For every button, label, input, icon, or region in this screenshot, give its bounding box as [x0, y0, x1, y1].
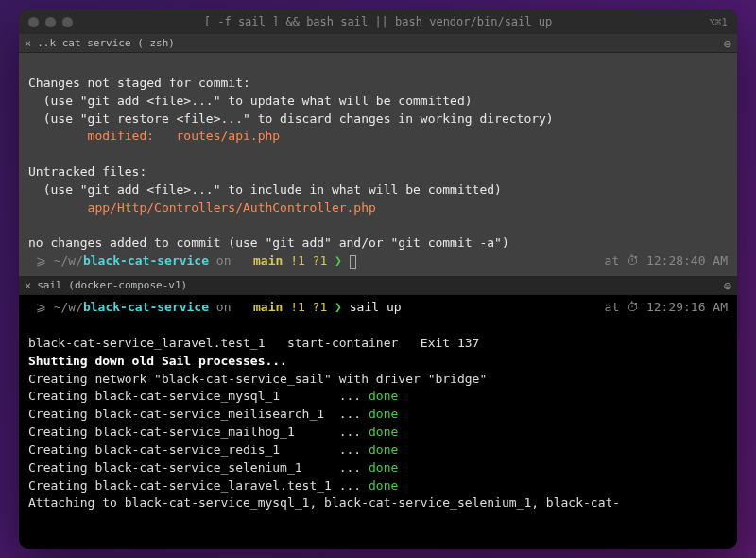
output-create-mysql: Creating black-cat-service_mysql_1 ...: [28, 389, 369, 403]
bottom-prompt: ⩾ ~/w/black-cat-service on main !1 ?1 ❯ …: [28, 299, 728, 317]
terminal-window: [ -f sail ] && bash sail || bash vendor/…: [19, 9, 737, 549]
prompt-repo: black-cat-service: [83, 253, 209, 270]
done-label: done: [369, 407, 398, 421]
output-create-redis: Creating black-cat-service_redis_1 ...: [28, 443, 369, 457]
clock-icon: ⏱: [627, 300, 646, 314]
output-create-selenium: Creating black-cat-service_selenium_1 ..…: [28, 461, 369, 475]
prompt-on: on: [209, 299, 238, 317]
prompt-at: at: [605, 300, 627, 314]
done-label: done: [369, 443, 398, 457]
git-branch-icon: [238, 299, 246, 317]
output-line: black-cat-service_laravel.test_1 start-c…: [28, 336, 479, 350]
bottom-tab-label[interactable]: sail (docker-compose-v1): [37, 279, 187, 291]
output-create-laravel: Creating black-cat-service_laravel.test_…: [28, 479, 369, 493]
top-tab-label[interactable]: ..k-cat-service (-zsh): [37, 37, 175, 49]
bottom-pane-tabbar: × sail (docker-compose-v1) ⊜: [19, 276, 737, 295]
top-prompt: ⩾ ~/w/black-cat-service on main !1 ?1 ❯ …: [28, 253, 728, 270]
prompt-branch: main: [246, 253, 283, 270]
close-dot[interactable]: [28, 17, 39, 27]
git-untracked-file: app/Http/Controllers/AuthController.php: [28, 201, 376, 215]
done-label: done: [369, 425, 398, 439]
prompt-arrow: ❯: [327, 253, 349, 270]
zoom-dot[interactable]: [62, 17, 73, 27]
prompt-git-status: !1 ?1: [283, 299, 327, 317]
prompt-branch: main: [246, 299, 283, 317]
minimize-dot[interactable]: [45, 17, 56, 27]
done-label: done: [369, 389, 398, 403]
prompt-command: sail up: [350, 299, 402, 317]
prompt-at: at: [605, 253, 627, 268]
output-shutdown: Shutting down old Sail processes...: [28, 354, 287, 368]
pane-menu-icon[interactable]: ⊜: [724, 36, 731, 51]
git-hint-add: (use "git add <file>..." to update what …: [28, 94, 472, 108]
close-icon[interactable]: ×: [25, 37, 31, 50]
prompt-arrow: ❯: [327, 299, 349, 317]
bottom-terminal-pane[interactable]: ⩾ ~/w/black-cat-service on main !1 ?1 ❯ …: [19, 295, 737, 549]
prompt-repo: black-cat-service: [83, 299, 209, 317]
git-branch-icon: [238, 253, 246, 270]
prompt-path-prefix: ⩾ ~/w/: [28, 253, 83, 270]
close-icon[interactable]: ×: [25, 279, 31, 292]
titlebar[interactable]: [ -f sail ] && bash sail || bash vendor/…: [19, 9, 737, 34]
prompt-git-status: !1 ?1: [283, 253, 327, 270]
output-network: Creating network "black-cat-service_sail…: [28, 372, 487, 386]
git-untracked-header: Untracked files:: [28, 165, 146, 179]
git-hint-include: (use "git add <file>..." to include in w…: [28, 183, 502, 197]
output-create-mailhog: Creating black-cat-service_mailhog_1 ...: [28, 425, 369, 439]
prompt-path-prefix: ⩾ ~/w/: [28, 299, 83, 317]
prompt-time: 12:29:16 AM: [646, 300, 728, 314]
clock-icon: ⏱: [627, 253, 646, 268]
git-hint-restore: (use "git restore <file>..." to discard …: [28, 112, 554, 126]
output-create-meilisearch: Creating black-cat-service_meilisearch_1…: [28, 407, 369, 421]
traffic-lights: [28, 17, 73, 27]
prompt-time: 12:28:40 AM: [646, 253, 728, 268]
window-title: [ -f sail ] && bash sail || bash vendor/…: [19, 15, 737, 28]
done-label: done: [369, 479, 398, 493]
window-shortcut: ⌥⌘1: [709, 16, 728, 28]
git-modified-file: routes/api.php: [177, 129, 281, 143]
cursor: [350, 255, 356, 269]
top-terminal-pane[interactable]: Changes not staged for commit: (use "git…: [19, 53, 737, 276]
git-modified-label: modified:: [28, 129, 177, 143]
done-label: done: [369, 461, 398, 475]
git-no-changes: no changes added to commit (use "git add…: [28, 235, 509, 250]
prompt-on: on: [209, 253, 238, 270]
git-status-line: Changes not staged for commit:: [28, 76, 250, 90]
pane-menu-icon[interactable]: ⊜: [724, 278, 731, 293]
output-attaching: Attaching to black-cat-service_mysql_1, …: [28, 496, 620, 510]
top-pane-tabbar: × ..k-cat-service (-zsh) ⊜: [19, 34, 737, 53]
